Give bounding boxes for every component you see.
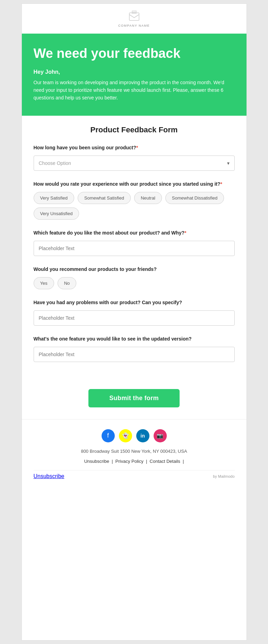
logo: COMPANY NAME [118, 10, 150, 27]
social-icons: f 👻 in 📷 [34, 429, 235, 442]
snapchat-icon[interactable]: 👻 [119, 429, 132, 442]
q6-input[interactable] [34, 347, 235, 362]
chip-somewhat-dissatisfied[interactable]: Somewhat Dissatisfied [165, 192, 224, 204]
question-2: How would you rate your experience with … [34, 180, 235, 220]
required-marker: * [221, 181, 222, 187]
submit-button[interactable]: Submit the form [88, 389, 180, 407]
question-1: How long have you been using our product… [34, 144, 235, 171]
contact-details-link[interactable]: Contact Details [150, 459, 180, 464]
question-5-label: Have you had any problems with our produ… [34, 299, 235, 306]
hero-title: We need your feedback [34, 46, 235, 61]
question-5: Have you had any problems with our produ… [34, 299, 235, 326]
email-container: COMPANY NAME We need your feedback Hey J… [21, 3, 247, 641]
footer-unsubscribe-link[interactable]: Unsubscribe [34, 473, 64, 479]
form-section: Product Feedback Form How long have you … [22, 116, 247, 382]
q3-input[interactable] [34, 241, 235, 256]
chip-somewhat-satisfied[interactable]: Somewhat Satisfied [78, 192, 131, 204]
footer-links: Unsubscribe | Privacy Policy | Contact D… [34, 459, 235, 464]
required-marker: * [184, 230, 186, 236]
yesno-chips: Yes No [34, 277, 235, 289]
logo-icon [127, 10, 141, 23]
question-6-label: What's the one feature you would like to… [34, 335, 235, 343]
question-4: Would you recommend our products to your… [34, 266, 235, 289]
footer-brand: by Mailmodo [213, 474, 234, 478]
question-6: What's the one feature you would like to… [34, 335, 235, 362]
privacy-policy-link[interactable]: Privacy Policy [115, 459, 144, 464]
email-footer: f 👻 in 📷 800 Broadway Suit 1500 New York… [22, 419, 247, 486]
email-header: COMPANY NAME [22, 4, 247, 34]
chip-very-unsatisfied[interactable]: Very Unsatisfied [34, 208, 79, 220]
unsubscribe-link[interactable]: Unsubscribe [84, 459, 109, 464]
company-name: COMPANY NAME [118, 24, 150, 27]
hero-greeting: Hey John, [34, 69, 235, 75]
facebook-icon[interactable]: f [102, 429, 115, 442]
form-title: Product Feedback Form [34, 125, 235, 134]
submit-container: Submit the form [22, 382, 247, 419]
required-marker: * [136, 145, 138, 150]
svg-rect-1 [132, 11, 136, 14]
svg-rect-0 [129, 13, 139, 20]
question-1-label: How long have you been using our product… [34, 144, 235, 151]
footer-unsubscribe: Unsubscribe [34, 473, 64, 479]
question-4-label: Would you recommend our products to your… [34, 266, 235, 273]
instagram-icon[interactable]: 📷 [154, 429, 167, 442]
chip-no[interactable]: No [58, 277, 77, 289]
linkedin-icon[interactable]: in [136, 429, 149, 442]
hero-banner: We need your feedback Hey John, Our team… [22, 34, 247, 116]
chip-very-satisfied[interactable]: Very Satisfied [34, 192, 75, 204]
chip-yes[interactable]: Yes [34, 277, 54, 289]
footer-address: 800 Broadway Suit 1500 New York, NY 0004… [34, 449, 235, 454]
hero-body: Our team is working on developing and im… [34, 79, 235, 102]
chip-neutral[interactable]: Neutral [134, 192, 162, 204]
rating-chips: Very Satisfied Somewhat Satisfied Neutra… [34, 192, 235, 220]
question-2-label: How would you rate your experience with … [34, 180, 235, 188]
question-3: Which feature do you like the most about… [34, 229, 235, 256]
q1-select-wrapper[interactable]: Choose Option Less than 1 month 1-3 mont… [34, 156, 235, 171]
q1-dropdown[interactable]: Choose Option Less than 1 month 1-3 mont… [34, 156, 234, 170]
question-3-label: Which feature do you like the most about… [34, 229, 235, 237]
footer-bottom: Unsubscribe by Mailmodo [34, 470, 235, 479]
q5-input[interactable] [34, 310, 235, 326]
